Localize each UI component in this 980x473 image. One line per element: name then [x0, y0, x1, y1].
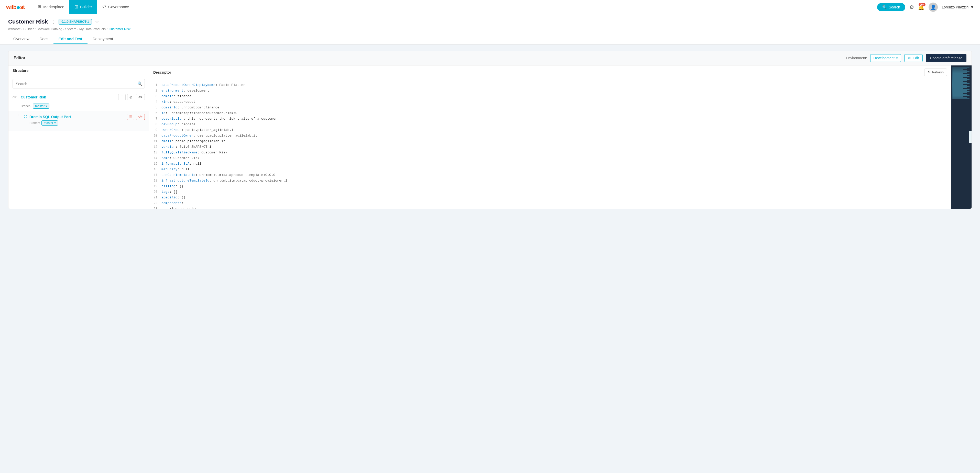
- builder-icon: ◫: [75, 4, 78, 9]
- favorite-button[interactable]: ☆: [95, 19, 99, 25]
- list-view-button[interactable]: ☰: [118, 94, 126, 100]
- notifications-button[interactable]: 🔔 99+: [918, 4, 924, 10]
- page-tabs: Overview Docs Edit and Test Deployment: [8, 34, 972, 44]
- root-branch-row: Branch: master ▾: [8, 103, 149, 111]
- avatar: 👤: [929, 3, 938, 12]
- refresh-icon: ↻: [928, 70, 931, 74]
- connector-line: └: [17, 114, 22, 118]
- structure-search-input[interactable]: [13, 80, 135, 88]
- nav-marketplace[interactable]: ⊞ Marketplace: [33, 0, 69, 14]
- tab-docs[interactable]: Docs: [35, 34, 54, 44]
- code-line: 18infrastructureTemplateId: urn:dmb:itm:…: [149, 178, 951, 184]
- user-name[interactable]: Lorenzo Pirazzini ▼: [942, 5, 974, 9]
- dremio-port-name: Dremio SQL Output Port: [29, 115, 71, 119]
- breadcrumb-builder[interactable]: Builder: [23, 27, 33, 31]
- dremio-branch-row: Branch: master ▾: [29, 120, 145, 128]
- nav-right: 🔍 Search ⚙ 🔔 99+ 👤 Lorenzo Pirazzini ▼: [877, 3, 974, 12]
- code-area: 1dataProductOwnerDisplayName: Paolo Plat…: [149, 79, 951, 209]
- code-line: 6id: urn:dmb:dp:finance:customer-risk:0: [149, 110, 951, 116]
- settings-button[interactable]: ⚙: [909, 4, 914, 10]
- nav-builder[interactable]: ◫ Builder: [69, 0, 97, 14]
- search-button[interactable]: 🔍 Search: [877, 3, 905, 11]
- descriptor-header: Descriptor ↻ Refresh: [149, 65, 951, 79]
- code-line: 15informationSLA: null: [149, 161, 951, 167]
- structure-header: Structure: [8, 65, 149, 76]
- minimap: [951, 65, 972, 209]
- breadcrumb-software-catalog[interactable]: Software Catalog: [37, 27, 62, 31]
- code-line: 7description: this represents the risk t…: [149, 116, 951, 122]
- breadcrumb-current: Customer Risk: [109, 27, 130, 31]
- environment-selector[interactable]: Development ▾: [870, 54, 902, 62]
- search-button-label: Search: [889, 5, 900, 9]
- code-line: 22components:: [149, 200, 951, 206]
- descriptor-panel: Descriptor ↻ Refresh 1dataProductOwnerDi…: [149, 65, 951, 209]
- code-line: 17useCaseTemplateId: urn:dmb:utm:datapro…: [149, 172, 951, 178]
- main-content: Editor Environment: Development ▾ ✏ Edit…: [0, 44, 980, 215]
- tab-edit-test[interactable]: Edit and Test: [54, 34, 88, 44]
- tree-customer-risk[interactable]: CR Customer Risk ☰ ◎ </>: [8, 92, 149, 103]
- tree-dremio-port[interactable]: Dremio SQL Output Port ☰ </>: [29, 114, 145, 120]
- breadcrumb-system[interactable]: System: [65, 27, 76, 31]
- dremio-list-view-button[interactable]: ☰: [127, 114, 134, 120]
- editor-title: Editor: [14, 56, 25, 60]
- version-badge: 0.1.0-SNAPSHOT-1: [59, 19, 92, 25]
- page-header: Customer Risk ⋮ 0.1.0-SNAPSHOT-1 ☆ witbo…: [0, 14, 980, 44]
- breadcrumb-my-data-products[interactable]: My Data Products: [80, 27, 106, 31]
- tab-overview[interactable]: Overview: [8, 34, 35, 44]
- tree-root-item: CR Customer Risk ☰ ◎ </> Branch: master: [8, 92, 149, 131]
- more-options-button[interactable]: ⋮: [51, 19, 56, 25]
- code-line: 23 - kind: outputport: [149, 206, 951, 209]
- refresh-button[interactable]: ↻ Refresh: [924, 68, 947, 76]
- nav-items: ⊞ Marketplace ◫ Builder 🛡 Governance: [33, 0, 877, 14]
- code-line: 20tags: []: [149, 189, 951, 195]
- test-side-tab[interactable]: Test: [969, 131, 972, 143]
- editor-panel: Editor Environment: Development ▾ ✏ Edit…: [8, 51, 972, 209]
- editor-body: Structure 🔍 CR Customer Risk ☰: [8, 65, 972, 209]
- page-title: Customer Risk: [8, 18, 48, 25]
- chevron-down-icon: ▾: [46, 104, 47, 108]
- gear-icon: ⚙: [909, 4, 914, 10]
- code-line: 19billing: {}: [149, 184, 951, 189]
- marketplace-icon: ⊞: [38, 4, 41, 9]
- breadcrumb-witboost[interactable]: witboost: [8, 27, 21, 31]
- structure-search-box: 🔍: [13, 79, 145, 89]
- notification-badge: 99+: [919, 3, 926, 6]
- code-line: 8devGroup: bigdata: [149, 122, 951, 127]
- code-line: 21specific: {}: [149, 195, 951, 200]
- search-icon: 🔍: [882, 5, 887, 9]
- chevron-down-icon: ▼: [970, 5, 974, 9]
- code-line: 12version: 0.1.0-SNAPSHOT-1: [149, 144, 951, 150]
- nav-builder-label: Builder: [80, 5, 92, 9]
- code-line: 14name: Customer Risk: [149, 156, 951, 161]
- code-line: 2environment: development: [149, 88, 951, 94]
- edit-button[interactable]: ✏ Edit: [904, 54, 923, 62]
- edit-label: Edit: [913, 56, 919, 60]
- tab-deployment[interactable]: Deployment: [88, 34, 118, 44]
- code-view-button[interactable]: </>: [136, 94, 145, 100]
- nav-governance[interactable]: 🛡 Governance: [97, 0, 134, 14]
- structure-search-button[interactable]: 🔍: [135, 79, 145, 88]
- app-logo[interactable]: witb●st: [6, 4, 25, 11]
- tree-item-name: Customer Risk: [21, 95, 46, 99]
- dremio-code-view-button[interactable]: </>: [136, 114, 145, 120]
- root-branch-badge[interactable]: master ▾: [33, 103, 49, 109]
- target-view-button[interactable]: ◎: [127, 94, 134, 100]
- refresh-label: Refresh: [932, 70, 943, 74]
- governance-icon: 🛡: [102, 5, 106, 9]
- component-icon: ◎: [24, 114, 27, 119]
- nav-governance-label: Governance: [108, 5, 129, 9]
- code-line: 11email: paolo.platter@agilelab.it: [149, 138, 951, 144]
- editor-header-right: Environment: Development ▾ ✏ Edit Update…: [846, 54, 966, 62]
- descriptor-title: Descriptor: [153, 70, 171, 75]
- code-line: 4kind: dataproduct: [149, 99, 951, 105]
- update-draft-button[interactable]: Update draft release: [926, 54, 966, 62]
- code-line: 5domainId: urn:dmb:dmn:finance: [149, 105, 951, 110]
- pencil-icon: ✏: [908, 56, 911, 60]
- code-line: 3domain: finance: [149, 94, 951, 99]
- dremio-branch-badge[interactable]: master ▾: [41, 121, 58, 125]
- structure-panel: Structure 🔍 CR Customer Risk ☰: [8, 65, 149, 209]
- tree-sub-item: └ ◎ Dremio SQL Output Port ☰ </>: [8, 111, 149, 131]
- chevron-down-icon: ▾: [54, 121, 56, 125]
- chevron-down-icon: ▾: [896, 56, 898, 60]
- environment-label: Environment:: [846, 56, 867, 60]
